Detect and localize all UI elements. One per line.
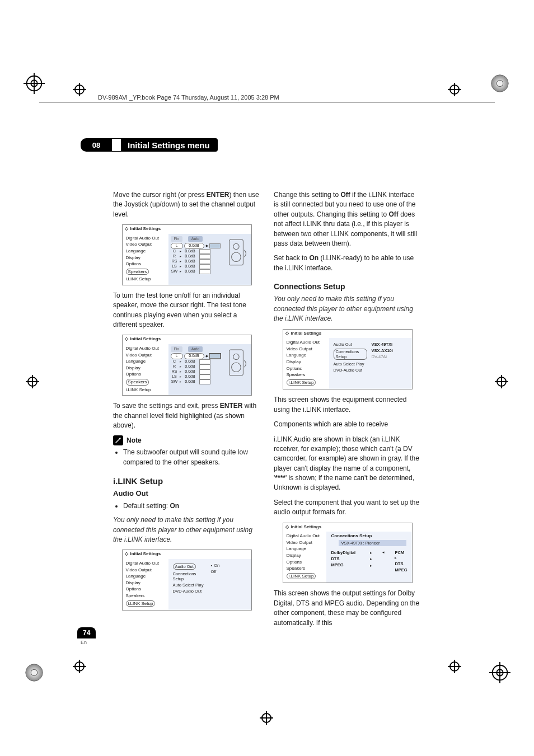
disc-icon: ◇ bbox=[125, 551, 128, 557]
fmt: DTS bbox=[331, 556, 339, 561]
lvl: 0.0dB bbox=[182, 364, 198, 369]
cross-blc bbox=[73, 660, 86, 673]
value-on: On bbox=[170, 502, 179, 510]
sidebar-item: Language bbox=[285, 546, 325, 552]
regmark-tr bbox=[489, 73, 510, 94]
sidebar-item: Display bbox=[285, 552, 325, 559]
disc-icon: ◇ bbox=[125, 226, 128, 232]
right-column: Change this setting to Off if the i.LINK… bbox=[274, 190, 421, 633]
sidebar-item-selected: i.LINK Setup bbox=[126, 600, 156, 607]
sidebar-item: Language bbox=[125, 248, 166, 255]
tt bbox=[199, 379, 210, 384]
menu-item: DVD-Audio Out bbox=[334, 367, 367, 373]
sidebar-item: Digital Audio Out bbox=[125, 345, 166, 352]
sidebar-item: Language bbox=[125, 358, 166, 365]
mini-title: Initial Settings bbox=[291, 524, 322, 530]
sidebar-item: Video Output bbox=[285, 539, 325, 546]
conn-item: VSX-49TXi bbox=[372, 341, 407, 348]
mini-title: Initial Settings bbox=[130, 551, 161, 557]
default-setting: Default setting: On bbox=[123, 501, 260, 511]
stars: **** bbox=[275, 474, 285, 482]
ch: C bbox=[171, 359, 179, 364]
sidebar-item: Video Output bbox=[285, 346, 327, 353]
mini-speaker-levels-2: ◇Initial Settings Digital Audio Out Vide… bbox=[122, 335, 252, 396]
arrow-icon bbox=[370, 562, 378, 569]
left-column: Move the cursor right (or press ENTER) t… bbox=[113, 190, 260, 633]
left-p2: To turn the test tone on/off for an indi… bbox=[113, 291, 260, 330]
right-p8: This screen shows the output settings fo… bbox=[274, 589, 421, 628]
mini-title: Initial Settings bbox=[130, 226, 161, 232]
svg-point-16 bbox=[233, 354, 238, 359]
enter-key: ENTER bbox=[220, 402, 243, 410]
ch: RS bbox=[171, 369, 179, 374]
conn-item: VSX-AX10i bbox=[372, 348, 407, 354]
arrow-icon bbox=[370, 556, 378, 562]
lvl: 0.0dB bbox=[182, 359, 198, 364]
menu-item: DVD-Audio Out bbox=[173, 588, 207, 594]
tt bbox=[199, 249, 210, 254]
sidebar-item: Options bbox=[285, 365, 327, 372]
sidebar-item: Video Output bbox=[125, 241, 166, 248]
conn-head: Connections Setup bbox=[329, 533, 409, 539]
text: ' is shown; if the name can't be determi… bbox=[274, 474, 414, 491]
note-item: The subwoofer output will sound quite lo… bbox=[123, 448, 260, 467]
auto-label: Auto bbox=[188, 346, 203, 352]
svg-point-17 bbox=[231, 363, 241, 372]
subsection-audio-out: Audio Out bbox=[113, 489, 260, 499]
mini-connections-list: ◇Initial Settings Digital Audio Out Vide… bbox=[283, 329, 413, 390]
speaker-icon bbox=[226, 349, 249, 379]
sidebar-item-selected: Speakers bbox=[126, 269, 149, 275]
sidebar-item: Options bbox=[285, 559, 325, 566]
mini-title: Initial Settings bbox=[130, 336, 161, 342]
section-ilink-setup: i.LINK Setup bbox=[113, 475, 260, 487]
menu-item-selected: Connections Setup bbox=[334, 349, 367, 360]
chapter-bar: 08 Initial Settings menu bbox=[81, 137, 218, 153]
fmt: MPEG bbox=[395, 567, 407, 572]
page-footer: 74 En bbox=[77, 627, 96, 645]
menu-item: Connections Setup bbox=[173, 571, 207, 582]
sidebar-item: Digital Audio Out bbox=[285, 533, 325, 539]
lvl: 0.0dB bbox=[184, 353, 204, 359]
sidebar-item: Speakers bbox=[125, 593, 166, 599]
ch: LS bbox=[171, 374, 179, 379]
mini-speaker-levels-1: ◇Initial Settings Digital Audio Out Vide… bbox=[122, 224, 252, 285]
left-p4: You only need to make this setting if yo… bbox=[113, 515, 260, 544]
mini-ilink-audio-out: ◇Initial Settings Digital Audio Out Vide… bbox=[122, 550, 252, 611]
cross-tr bbox=[448, 83, 461, 96]
enter-key: ENTER bbox=[207, 191, 229, 199]
right-p2: Set back to On (i.LINK-ready) to be able… bbox=[274, 253, 421, 273]
conn-sub: VSX-49TXi : Pioneer bbox=[339, 540, 406, 546]
note-header: Note bbox=[113, 435, 260, 445]
sidebar-item: Display bbox=[125, 365, 166, 372]
fix-label: Fix bbox=[171, 236, 182, 242]
chapter-title: Initial Settings menu bbox=[121, 138, 218, 152]
tt bbox=[199, 364, 210, 369]
page-number: 74 bbox=[77, 627, 96, 638]
tt bbox=[209, 354, 221, 359]
lvl: 0.0dB bbox=[182, 374, 198, 379]
sidebar-item: Speakers bbox=[285, 372, 327, 378]
svg-point-5 bbox=[496, 80, 503, 86]
sidebar-item: i.LINK Setup bbox=[125, 387, 166, 393]
option-on: On bbox=[214, 563, 219, 568]
tt bbox=[199, 374, 210, 379]
right-p3: You only need to make this setting if yo… bbox=[274, 294, 421, 323]
ch: LS bbox=[171, 264, 179, 269]
right-p1: Change this setting to Off if the i.LINK… bbox=[274, 190, 421, 248]
sidebar-item: Digital Audio Out bbox=[285, 339, 327, 346]
chapter-gap bbox=[112, 138, 121, 152]
svg-point-7 bbox=[31, 669, 37, 675]
left-p3: To save the settings and exit, press ENT… bbox=[113, 401, 260, 430]
text: Change this setting to bbox=[274, 191, 340, 199]
regmark-br bbox=[489, 662, 510, 683]
disc-icon: ◇ bbox=[285, 524, 289, 530]
ch: R bbox=[171, 364, 179, 369]
sidebar-item: Digital Audio Out bbox=[125, 235, 166, 242]
value-off: Off bbox=[388, 210, 398, 218]
sidebar-item: Video Output bbox=[125, 567, 166, 574]
sidebar-item: Options bbox=[125, 261, 166, 267]
chapter-number: 08 bbox=[81, 138, 112, 152]
text: To save the settings and exit, press bbox=[113, 402, 220, 410]
lvl: 0.0dB bbox=[182, 259, 198, 264]
regmark-bl bbox=[24, 662, 45, 683]
